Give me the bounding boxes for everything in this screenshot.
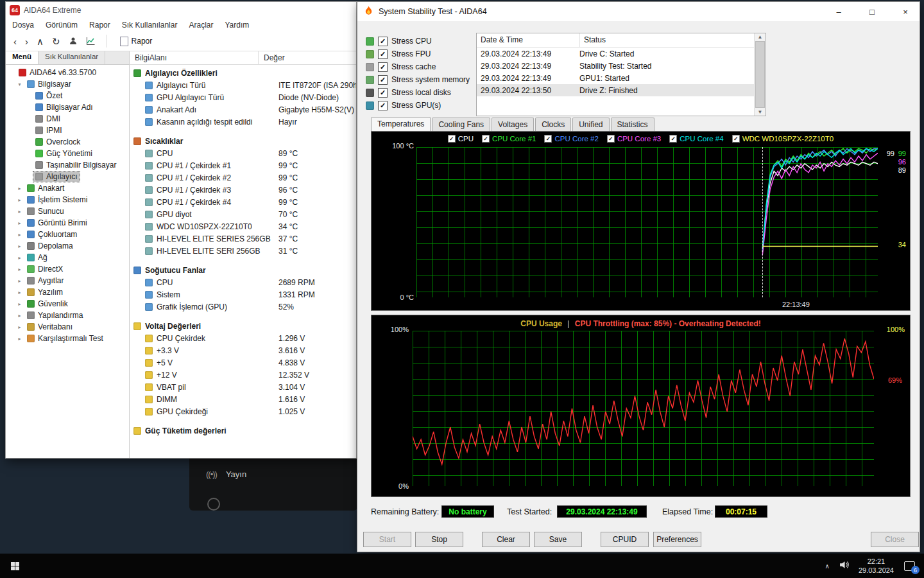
menu-s-k-kullan-lanlar[interactable]: Sık Kullanılanlar <box>122 21 178 30</box>
legend-cpu[interactable]: ✓CPU <box>448 135 474 143</box>
stress-option-stress-local-disks[interactable]: ✓Stress local disks <box>366 86 476 99</box>
minimize-button[interactable]: – <box>825 2 853 21</box>
taskbar-clock[interactable]: 22:21 29.03.2024 <box>859 557 894 575</box>
checkbox-checked[interactable]: ✓ <box>732 135 740 143</box>
scroll-up-icon[interactable]: ▲ <box>758 34 763 40</box>
tree-arrow-icon[interactable]: ▸ <box>16 290 23 295</box>
log-row[interactable]: 29.03.2024 22:13:49Stability Test: Start… <box>477 60 766 72</box>
up-icon[interactable]: ∧ <box>37 37 44 46</box>
info-row-cpu-ekirdek[interactable]: CPU Çekirdek1.296 V <box>130 332 356 344</box>
sidebar-item-a[interactable]: ▸Ağ <box>6 252 129 263</box>
info-row-anakart-ad[interactable]: Anakart AdıGigabyte H55M-S2(V) <box>130 103 356 116</box>
info-row-cpu[interactable]: CPU2689 RPM <box>130 276 356 288</box>
info-row-hi-level-elite-series-256gb[interactable]: HI-LEVEL ELITE SERIES 256GB37 °C <box>130 232 356 245</box>
tab-unified[interactable]: Unified <box>572 118 609 131</box>
tab-statistics[interactable]: Statistics <box>611 118 654 131</box>
tree-arrow-icon[interactable]: ▸ <box>16 255 23 261</box>
column-value[interactable]: Değer <box>259 53 285 62</box>
log-row[interactable]: 29.03.2024 22:13:49GPU1: Started <box>477 72 766 84</box>
tree-arrow-icon[interactable]: ▾ <box>16 82 23 87</box>
checkbox-checked[interactable]: ✓ <box>669 135 677 143</box>
menu-dosya[interactable]: Dosya <box>12 21 34 30</box>
checkbox-checked[interactable]: ✓ <box>544 135 552 143</box>
checkbox-checked[interactable]: ✓ <box>607 135 615 143</box>
info-row-12-v[interactable]: +12 V12.352 V <box>130 369 356 381</box>
info-row-cpu[interactable]: CPU89 °C <box>130 147 356 159</box>
scrollbar-thumb[interactable] <box>755 41 765 108</box>
notification-center-icon[interactable]: 6 <box>903 559 916 572</box>
info-row-kasan-n-a-ld-tespit-edildi[interactable]: Kasanın açıldığı tespit edildiHayır <box>130 116 356 128</box>
sidebar-item-g-r-nt-birimi[interactable]: ▸Görüntü Birimi <box>6 217 129 229</box>
stress-option-stress-cpu[interactable]: ✓Stress CPU <box>366 35 476 48</box>
sidebar-item-depolama[interactable]: ▸Depolama <box>6 240 129 252</box>
speaker-icon[interactable] <box>839 561 849 571</box>
stress-option-stress-fpu[interactable]: ✓Stress FPU <box>366 48 476 60</box>
clear-button[interactable]: Clear <box>482 532 530 547</box>
info-row-gpu-diyot[interactable]: GPU diyot70 °C <box>130 208 356 220</box>
checkbox-checked[interactable]: ✓ <box>378 88 388 98</box>
preferences-button[interactable]: Preferences <box>653 532 701 547</box>
sidebar-item-ayg-tlar[interactable]: ▸Aygıtlar <box>6 275 129 286</box>
info-row-gpu-ekirde-i[interactable]: GPU Çekirdeği1.025 V <box>130 405 356 417</box>
log-column-datetime[interactable]: Date & Time <box>477 33 580 47</box>
sidebar-item-ipmi[interactable]: IPMI <box>6 125 129 136</box>
checkbox-checked[interactable]: ✓ <box>378 75 388 85</box>
sidebar-item-bilgisayar[interactable]: ▾Bilgisayar <box>6 78 129 90</box>
stress-option-stress-gpu-s[interactable]: ✓Stress GPU(s) <box>366 99 476 112</box>
legend-cpu-core-2[interactable]: ✓CPU Core #2 <box>544 135 598 143</box>
scroll-down-icon[interactable]: ▼ <box>758 109 763 115</box>
sidebar-item-i-letim-sistemi[interactable]: ▸İşletim Sistemi <box>6 194 129 206</box>
cpuid-button[interactable]: CPUID <box>601 532 649 547</box>
sidebar-item-yap-land-rma[interactable]: ▸Yapılandırma <box>6 310 129 321</box>
sidebar-item-ta-nabilir-bilgisayar[interactable]: Taşınabilir Bilgisayar <box>6 159 129 171</box>
sidebar-tab-men[interactable]: Menü <box>6 51 38 64</box>
info-row-hi-level-elite-seri-256gb[interactable]: HI-LEVEL ELITE SERI 256GB31 °C <box>130 245 356 257</box>
close-window-button[interactable]: × <box>891 2 920 21</box>
sidebar-item-kar-la-t-rmal-test[interactable]: ▸Karşılaştırmalı Test <box>6 333 129 344</box>
tree-arrow-icon[interactable]: ▸ <box>16 197 23 203</box>
tree-arrow-icon[interactable]: ▸ <box>16 243 23 249</box>
tab-cooling-fans[interactable]: Cooling Fans <box>432 118 490 131</box>
menu-ara-lar[interactable]: Araçlar <box>189 21 213 30</box>
checkbox-checked[interactable]: ✓ <box>378 49 388 59</box>
info-row-cpu-1-ekirdek-3[interactable]: CPU #1 / Çekirdek #396 °C <box>130 184 356 196</box>
log-column-status[interactable]: Status <box>580 33 766 47</box>
save-button[interactable]: Save <box>534 532 582 547</box>
sidebar-item-yaz-l-m[interactable]: ▸Yazılım <box>6 286 129 298</box>
log-row[interactable]: 29.03.2024 22:13:49Drive C: Started <box>477 48 766 60</box>
tree-arrow-icon[interactable]: ▸ <box>16 267 23 272</box>
sidebar-item-dmi[interactable]: DMI <box>6 113 129 125</box>
menu-g-r-n-m[interactable]: Görünüm <box>46 21 78 30</box>
checkbox-checked[interactable]: ✓ <box>378 37 388 46</box>
checkbox-checked[interactable]: ✓ <box>378 62 388 72</box>
stress-option-stress-system-memory[interactable]: ✓Stress system memory <box>366 73 476 86</box>
tree-arrow-icon[interactable]: ▸ <box>16 336 23 342</box>
checkbox-checked[interactable]: ✓ <box>448 135 456 143</box>
sidebar-item-g-y-netimi[interactable]: Güç Yönetimi <box>6 148 129 159</box>
start-button[interactable] <box>0 554 30 578</box>
sidebar-item-bilgisayar-ad[interactable]: Bilgisayar Adı <box>6 101 129 113</box>
tree-arrow-icon[interactable]: ▸ <box>16 209 23 215</box>
legend-wdc-wd10spzx-22z10t0[interactable]: ✓WDC WD10SPZX-22Z10T0 <box>732 135 834 143</box>
info-row-dimm[interactable]: DIMM1.616 V <box>130 393 356 405</box>
tab-temperatures[interactable]: Temperatures <box>371 117 431 131</box>
info-row-sistem[interactable]: Sistem1331 RPM <box>130 288 356 301</box>
tree-arrow-icon[interactable]: ▸ <box>16 232 23 238</box>
log-scrollbar[interactable]: ▲ ▼ <box>754 33 766 116</box>
sidebar-item-alg-lay-c[interactable]: Algılayıcı <box>6 171 129 182</box>
sidebar-item-g-venlik[interactable]: ▸Güvenlik <box>6 298 129 310</box>
tree-arrow-icon[interactable]: ▸ <box>16 301 23 307</box>
sidebar-tab-s-k-kullan-lanlar[interactable]: Sık Kullanılanlar <box>38 51 105 64</box>
sidebar-item-aida64-v6-33-5700[interactable]: AIDA64 v6.33.5700 <box>6 67 129 78</box>
back-icon[interactable]: ‹ <box>13 37 17 46</box>
info-row-cpu-1-ekirdek-2[interactable]: CPU #1 / Çekirdek #299 °C <box>130 171 356 184</box>
tree-arrow-icon[interactable]: ▸ <box>16 278 23 284</box>
column-info-field[interactable]: BilgiAlanı <box>130 51 259 64</box>
chart-icon[interactable] <box>86 37 95 46</box>
maximize-button[interactable]: □ <box>858 2 886 21</box>
legend-cpu-core-3[interactable]: ✓CPU Core #3 <box>607 135 661 143</box>
info-row-wdc-wd10spzx-22z10t0[interactable]: WDC WD10SPZX-22Z10T034 °C <box>130 220 356 232</box>
user-icon[interactable] <box>69 37 78 46</box>
refresh-icon[interactable]: ↻ <box>52 37 60 46</box>
tray-expand-icon[interactable]: ∧ <box>825 563 830 570</box>
